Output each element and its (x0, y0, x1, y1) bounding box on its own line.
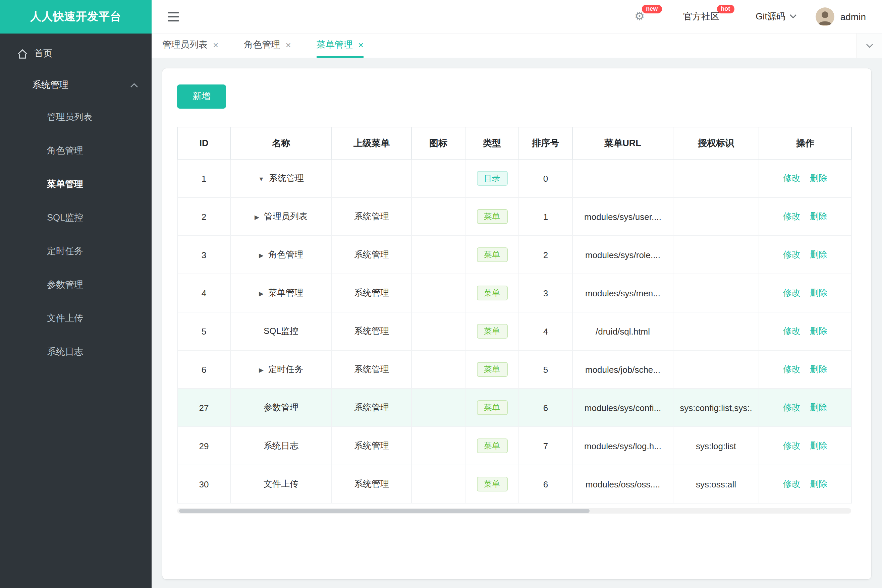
cell-auth-flag (673, 312, 759, 350)
cell-type: 菜单 (465, 350, 519, 388)
sidebar-item-admin-list[interactable]: 管理员列表 (0, 100, 152, 134)
cell-actions: 修改删除 (759, 312, 852, 350)
edit-link[interactable]: 修改 (783, 441, 801, 450)
scrollbar-thumb[interactable] (179, 509, 590, 513)
delete-link[interactable]: 删除 (810, 441, 827, 450)
caret-right-icon[interactable]: ▶ (254, 214, 259, 220)
type-tag: 菜单 (476, 324, 507, 339)
delete-link[interactable]: 删除 (810, 479, 827, 489)
table-row: 1▼系统管理目录0修改删除 (177, 159, 852, 198)
cell-menu-url (572, 159, 673, 198)
cell-sort: 5 (519, 350, 572, 388)
sidebar-item-home[interactable]: 首页 (0, 38, 152, 70)
delete-link[interactable]: 删除 (810, 364, 827, 374)
cell-icon (412, 312, 465, 350)
cell-name: 参数管理 (230, 388, 332, 427)
cell-auth-flag (673, 236, 759, 274)
cell-auth-flag (673, 350, 759, 388)
delete-link[interactable]: 删除 (810, 402, 827, 412)
cell-parent-menu: 系统管理 (332, 274, 412, 312)
edit-link[interactable]: 修改 (783, 479, 801, 489)
edit-link[interactable]: 修改 (783, 364, 801, 374)
topbar: ⚙ new 官方社区 hot Git源码 (152, 0, 882, 33)
sidebar-item-file-upload[interactable]: 文件上传 (0, 302, 152, 335)
cell-auth-flag (673, 274, 759, 312)
cell-auth-flag: sys:oss:all (673, 465, 759, 503)
new-badge: new (642, 5, 662, 14)
type-tag: 菜单 (476, 438, 507, 453)
add-button[interactable]: 新增 (177, 84, 226, 109)
caret-right-icon[interactable]: ▶ (259, 290, 264, 297)
user-menu[interactable]: admin (816, 7, 866, 26)
type-tag: 菜单 (476, 477, 507, 492)
edit-link[interactable]: 修改 (783, 173, 801, 183)
delete-link[interactable]: 删除 (810, 211, 827, 221)
caret-right-icon[interactable]: ▶ (259, 252, 264, 259)
sidebar-item-role-management[interactable]: 角色管理 (0, 134, 152, 168)
column-header: ID (177, 127, 230, 159)
cell-menu-url: modules/job/sche... (572, 350, 673, 388)
edit-link[interactable]: 修改 (783, 326, 801, 336)
hamburger-menu-icon[interactable] (168, 12, 179, 21)
cell-menu-url: modules/sys/confi... (572, 388, 673, 427)
sidebar-group-system-management[interactable]: 系统管理 (0, 70, 152, 100)
tab-label: 角色管理 (244, 39, 280, 51)
cell-icon (412, 274, 465, 312)
horizontal-scrollbar[interactable] (177, 508, 851, 514)
cell-sort: 6 (519, 388, 572, 427)
tab-close-icon[interactable]: × (213, 40, 218, 50)
cell-sort: 3 (519, 274, 572, 312)
caret-right-icon[interactable]: ▶ (259, 367, 264, 374)
edit-link[interactable]: 修改 (783, 249, 801, 260)
delete-link[interactable]: 删除 (810, 249, 827, 260)
column-header: 图标 (412, 127, 465, 159)
settings-button[interactable]: ⚙ new (634, 11, 665, 22)
main-area: ⚙ new 官方社区 hot Git源码 (152, 0, 882, 588)
cell-name: 文件上传 (230, 465, 332, 503)
delete-link[interactable]: 删除 (810, 326, 827, 336)
tab-role-management[interactable]: 角色管理× (244, 33, 291, 58)
column-header: 排序号 (519, 127, 572, 159)
edit-link[interactable]: 修改 (783, 288, 801, 298)
tab-menu-management[interactable]: 菜单管理× (317, 33, 364, 58)
delete-link[interactable]: 删除 (810, 173, 827, 183)
git-source-dropdown[interactable]: Git源码 (756, 10, 797, 22)
username-label: admin (840, 11, 866, 22)
sidebar-item-system-log[interactable]: 系统日志 (0, 335, 152, 369)
menu-name-label: 系统管理 (269, 173, 304, 183)
tab-list-dropdown[interactable] (856, 33, 882, 58)
type-tag: 菜单 (476, 400, 507, 415)
cell-id: 3 (177, 236, 230, 274)
cell-actions: 修改删除 (759, 274, 852, 312)
community-link[interactable]: 官方社区 hot (683, 10, 737, 22)
sidebar-item-menu-management[interactable]: 菜单管理 (0, 168, 152, 201)
column-header: 上级菜单 (332, 127, 412, 159)
tab-close-icon[interactable]: × (358, 40, 364, 50)
cell-menu-url: modules/sys/log.h... (572, 427, 673, 465)
menu-management-panel: 新增 ID名称上级菜单图标类型排序号菜单URL授权标识操作 1▼系统管理目录0修… (162, 68, 871, 579)
cell-name: 系统日志 (230, 427, 332, 465)
cell-type: 菜单 (465, 388, 519, 427)
cell-type: 菜单 (465, 427, 519, 465)
cell-id: 29 (177, 427, 230, 465)
content-area: 新增 ID名称上级菜单图标类型排序号菜单URL授权标识操作 1▼系统管理目录0修… (152, 58, 882, 588)
caret-down-icon[interactable]: ▼ (258, 176, 264, 182)
table-row: 6▶定时任务系统管理菜单5modules/job/sche...修改删除 (177, 350, 852, 388)
delete-link[interactable]: 删除 (810, 288, 827, 298)
cell-id: 6 (177, 350, 230, 388)
edit-link[interactable]: 修改 (783, 211, 801, 221)
edit-link[interactable]: 修改 (783, 402, 801, 412)
cell-menu-url: modules/oss/oss.... (572, 465, 673, 503)
tab-close-icon[interactable]: × (285, 40, 291, 50)
sidebar-item-sql-monitor[interactable]: SQL监控 (0, 201, 152, 235)
table-row: 30文件上传系统管理菜单6modules/oss/oss....sys:oss:… (177, 465, 852, 503)
column-header: 名称 (230, 127, 332, 159)
tab-admin-list[interactable]: 管理员列表× (162, 33, 218, 58)
table-header-row: ID名称上级菜单图标类型排序号菜单URL授权标识操作 (177, 127, 852, 159)
sidebar: 人人快速开发平台 首页 系统管理 管理员列表角色管理菜单管理SQL监控定时任务参… (0, 0, 152, 588)
cell-sort: 7 (519, 427, 572, 465)
sidebar-item-scheduled-tasks[interactable]: 定时任务 (0, 235, 152, 268)
sidebar-item-parameter-management[interactable]: 参数管理 (0, 268, 152, 302)
community-label: 官方社区 (683, 10, 719, 22)
menu-name-label: 定时任务 (268, 364, 303, 374)
